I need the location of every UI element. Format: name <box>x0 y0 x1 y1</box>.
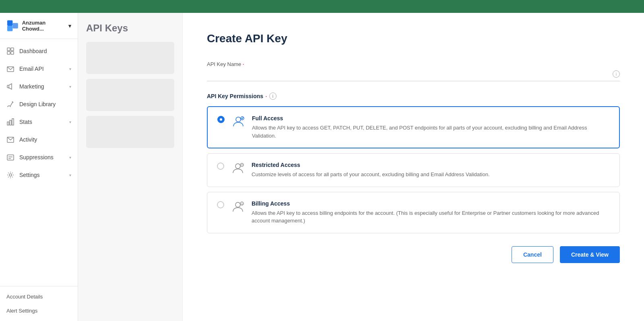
sidebar-item-dashboard[interactable]: Dashboard <box>0 42 78 60</box>
account-details-label: Account Details <box>6 294 43 300</box>
sidebar-item-email-api[interactable]: Email API ▾ <box>0 60 78 78</box>
permissions-label: API Key Permissions • i <box>207 93 620 100</box>
sidebar-item-marketing[interactable]: Marketing ▾ <box>0 78 78 95</box>
sidebar-item-suppressions[interactable]: Suppressions ▾ <box>0 148 78 166</box>
svg-rect-0 <box>7 21 12 26</box>
marketing-label: Marketing <box>19 83 44 90</box>
billing-access-description: Allows the API key to access billing end… <box>252 209 610 225</box>
api-key-placeholder-1 <box>86 42 174 74</box>
svg-point-18 <box>235 164 240 169</box>
name-required-indicator: • <box>243 62 244 66</box>
full-access-description: Allows the API key to access GET, PATCH,… <box>252 124 609 140</box>
full-access-title: Full Access <box>252 115 609 121</box>
api-key-permissions-group: API Key Permissions • i Full Access Allo… <box>207 93 620 233</box>
api-key-name-label: API Key Name • <box>207 61 620 67</box>
email-icon <box>6 65 14 73</box>
name-info-icon[interactable]: i <box>613 70 620 78</box>
api-key-placeholder-2 <box>86 79 174 111</box>
sidebar-item-account-details[interactable]: Account Details <box>0 290 78 304</box>
sidebar: Anzuman Chowd... ▾ Dashboard Email API ▾ <box>0 0 78 321</box>
chart-icon <box>6 118 14 126</box>
restricted-access-icon <box>231 161 245 175</box>
permissions-required-indicator: • <box>266 95 267 98</box>
svg-rect-12 <box>7 155 14 160</box>
svg-point-16 <box>236 117 241 122</box>
megaphone-icon <box>6 82 14 91</box>
full-access-content: Full Access Allows the API key to access… <box>252 115 609 140</box>
top-bar <box>0 0 644 13</box>
settings-label: Settings <box>19 172 40 178</box>
svg-rect-1 <box>7 26 12 31</box>
billing-access-radio[interactable] <box>217 201 224 208</box>
sidebar-item-design-library[interactable]: Design Library <box>0 95 78 113</box>
suppressions-label: Suppressions <box>19 154 54 160</box>
sidebar-navigation: Dashboard Email API ▾ Marketing ▾ <box>0 39 78 286</box>
sidebar-item-settings[interactable]: Settings ▾ <box>0 166 78 184</box>
action-buttons: Cancel Create & View <box>207 246 620 263</box>
svg-rect-9 <box>10 120 11 125</box>
billing-access-title: Billing Access <box>252 200 610 207</box>
restricted-access-radio[interactable] <box>217 163 224 170</box>
svg-rect-6 <box>11 51 14 54</box>
permissions-info-icon[interactable]: i <box>269 93 277 100</box>
stats-chevron-icon: ▾ <box>69 120 71 124</box>
name-label-text: API Key Name <box>207 61 241 67</box>
gear-icon <box>6 171 14 179</box>
dashboard-label: Dashboard <box>19 48 47 54</box>
design-library-label: Design Library <box>19 101 56 107</box>
settings-chevron-icon: ▾ <box>69 173 71 177</box>
brush-icon <box>6 100 14 108</box>
billing-access-content: Billing Access Allows the API key to acc… <box>252 200 610 225</box>
user-name: Anzuman Chowd... <box>22 20 67 32</box>
billing-access-card[interactable]: $ Billing Access Allows the API key to a… <box>207 192 620 233</box>
svg-rect-8 <box>7 122 9 125</box>
svg-point-15 <box>9 174 12 176</box>
full-access-radio[interactable] <box>217 116 225 123</box>
svg-rect-5 <box>7 51 10 54</box>
create-view-button[interactable]: Create & View <box>560 246 620 263</box>
sidebar-item-activity[interactable]: Activity <box>0 131 78 148</box>
svg-rect-4 <box>11 48 14 51</box>
alert-settings-label: Alert Settings <box>6 308 37 314</box>
api-key-name-group: API Key Name • i <box>207 61 620 81</box>
sidebar-user[interactable]: Anzuman Chowd... ▾ <box>22 20 71 32</box>
main-area: API Keys Create API Key API Key Name • i… <box>78 0 644 321</box>
api-keys-panel: API Keys <box>78 13 183 321</box>
billing-access-icon: $ <box>231 200 245 214</box>
activity-label: Activity <box>19 136 37 143</box>
stats-label: Stats <box>19 119 32 125</box>
api-key-name-input[interactable] <box>207 71 613 77</box>
full-access-icon <box>231 114 246 129</box>
svg-rect-2 <box>12 23 18 28</box>
activity-envelope-icon <box>6 136 14 144</box>
restricted-access-content: Restricted Access Customize levels of ac… <box>252 162 610 179</box>
app-logo <box>6 19 19 32</box>
restricted-access-title: Restricted Access <box>252 162 610 168</box>
api-key-placeholder-3 <box>86 116 174 148</box>
svg-rect-10 <box>12 119 14 125</box>
cancel-button[interactable]: Cancel <box>512 246 553 263</box>
restricted-access-description: Customize levels of access for all parts… <box>252 171 610 179</box>
email-api-label: Email API <box>19 66 44 72</box>
api-key-name-input-wrapper: i <box>207 70 620 81</box>
sidebar-bottom: Account Details Alert Settings <box>0 286 78 321</box>
full-access-card[interactable]: Full Access Allows the API key to access… <box>207 106 620 148</box>
user-chevron-icon: ▾ <box>68 23 71 29</box>
create-api-key-panel: Create API Key API Key Name • i API Key … <box>183 13 644 321</box>
create-api-key-title: Create API Key <box>207 32 620 45</box>
svg-point-21 <box>235 202 240 207</box>
suppressions-icon <box>6 153 14 161</box>
api-keys-title: API Keys <box>86 23 174 34</box>
marketing-chevron-icon: ▾ <box>69 84 71 89</box>
svg-rect-3 <box>7 48 10 51</box>
permissions-label-text: API Key Permissions <box>207 93 263 99</box>
restricted-access-card[interactable]: Restricted Access Customize levels of ac… <box>207 153 620 187</box>
sidebar-item-alert-settings[interactable]: Alert Settings <box>0 304 78 318</box>
grid-icon <box>6 47 14 55</box>
sidebar-item-stats[interactable]: Stats ▾ <box>0 113 78 131</box>
sidebar-header[interactable]: Anzuman Chowd... ▾ <box>0 13 78 39</box>
suppressions-chevron-icon: ▾ <box>69 155 71 160</box>
email-api-chevron-icon: ▾ <box>69 67 71 71</box>
